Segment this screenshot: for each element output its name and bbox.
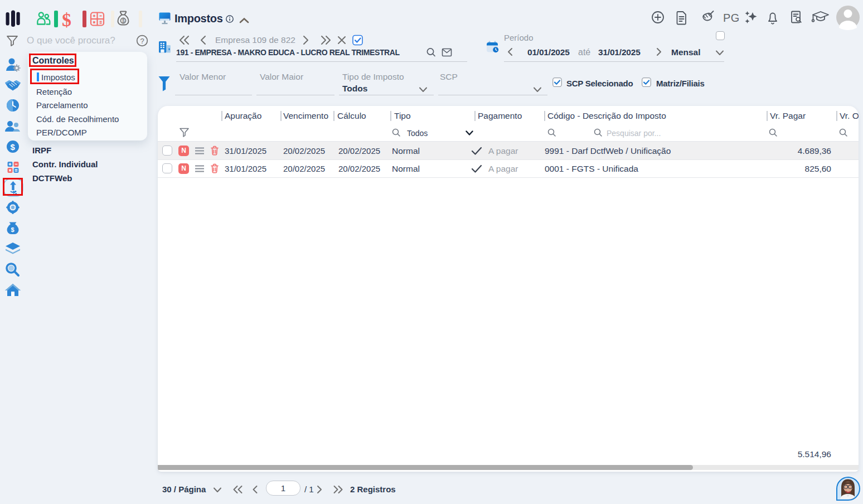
svg-text:?: ? bbox=[140, 37, 144, 45]
svg-text:$: $ bbox=[62, 10, 71, 28]
svg-text:$: $ bbox=[11, 142, 16, 152]
svg-text:$: $ bbox=[122, 18, 125, 23]
svg-text:$: $ bbox=[11, 226, 14, 233]
svg-text:PG: PG bbox=[723, 12, 740, 24]
